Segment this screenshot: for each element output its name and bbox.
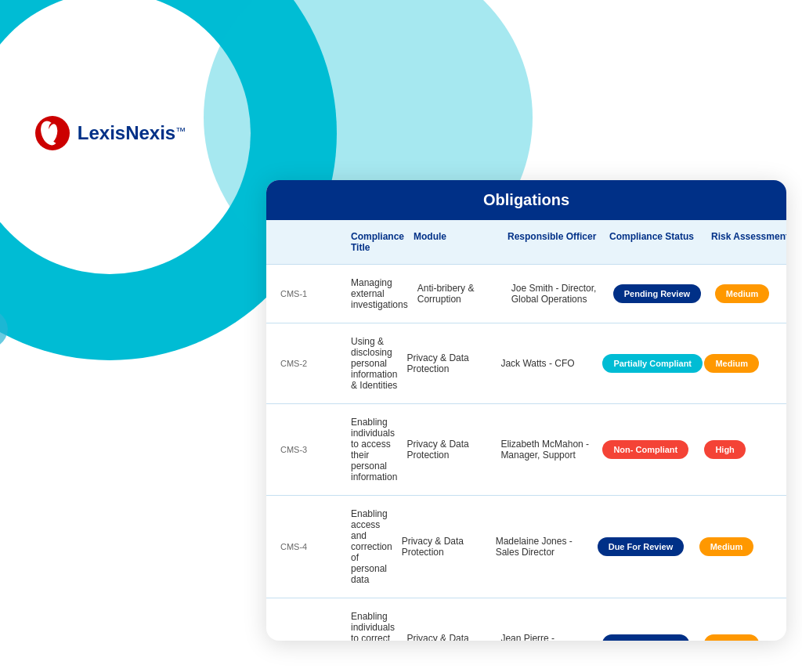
cell-title: Enabling individuals to correct their pe… xyxy=(346,608,402,641)
col-header-risk: Risk Assessment xyxy=(706,228,786,256)
col-header-officer: Responsible Officer xyxy=(503,228,605,256)
status-badge[interactable]: Due For Review xyxy=(602,634,689,641)
cell-officer: Jean Pierre - Manager xyxy=(496,630,598,641)
cell-risk: Medium xyxy=(699,631,786,641)
cell-status: Non- Compliant xyxy=(598,437,699,462)
cell-title: Managing external investigations xyxy=(346,274,413,313)
cell-module: Privacy & Data Protection xyxy=(402,349,496,378)
cell-risk: Medium xyxy=(710,281,786,306)
status-badge[interactable]: Partially Compliant xyxy=(602,354,703,373)
cell-id: CMS-5 xyxy=(276,636,346,641)
risk-badge[interactable]: High xyxy=(704,440,745,459)
cell-module: Privacy & Data Protection xyxy=(402,630,496,641)
cell-officer: Joe Smith - Director, Global Operations xyxy=(507,280,609,308)
cell-risk: High xyxy=(699,437,786,462)
col-header-title: Compliance Title xyxy=(346,228,409,256)
status-badge[interactable]: Pending Review xyxy=(613,284,701,303)
risk-badge[interactable]: Medium xyxy=(699,537,754,556)
logo-text: LexisNexis™ xyxy=(78,122,186,144)
cell-risk: Medium xyxy=(699,351,786,376)
cell-risk: Medium xyxy=(695,534,786,559)
table-title: Obligations xyxy=(266,180,786,220)
cell-id: CMS-1 xyxy=(276,286,346,302)
logo-container: LexisNexis™ xyxy=(34,114,186,152)
cell-id: CMS-4 xyxy=(276,539,346,555)
col-header-module: Module xyxy=(409,228,503,256)
cell-officer: Jack Watts - CFO xyxy=(496,355,598,372)
cell-module: Anti-bribery & Corruption xyxy=(413,280,507,308)
cell-module: Privacy & Data Protection xyxy=(397,533,491,561)
status-badge[interactable]: Non- Compliant xyxy=(602,440,688,459)
cell-id: CMS-3 xyxy=(276,442,346,457)
col-header-id xyxy=(276,228,346,256)
obligations-table-card: Obligations Compliance Title Module Resp… xyxy=(266,180,786,641)
risk-badge[interactable]: Medium xyxy=(715,284,770,303)
cell-module: Privacy & Data Protection xyxy=(402,435,496,464)
table-row: CMS-1 Managing external investigations A… xyxy=(266,265,786,323)
cell-title: Enabling individuals to access their per… xyxy=(346,414,402,486)
scene: LexisNexis™ Obligations Compliance Title… xyxy=(0,0,802,672)
cell-status: Pending Review xyxy=(609,281,710,306)
cell-status: Due For Review xyxy=(598,631,699,641)
cell-officer: Elizabeth McMahon - Manager, Support xyxy=(496,435,598,464)
table-row: CMS-4 Enabling access and correction of … xyxy=(266,496,786,598)
table-row: CMS-3 Enabling individuals to access the… xyxy=(266,404,786,496)
table-row: CMS-5 Enabling individuals to correct th… xyxy=(266,598,786,641)
circle-inner: LexisNexis™ xyxy=(0,0,251,274)
risk-badge[interactable]: Medium xyxy=(704,634,759,641)
cell-title: Enabling access and correction of person… xyxy=(346,505,397,588)
lexisnexis-logo-icon xyxy=(34,114,71,152)
cell-officer: Madelaine Jones - Sales Director xyxy=(491,533,593,561)
cell-title: Using & disclosing personal information … xyxy=(346,333,402,394)
blob-decoration-2 xyxy=(0,305,8,352)
table-row: CMS-2 Using & disclosing personal inform… xyxy=(266,323,786,404)
status-badge[interactable]: Due For Review xyxy=(598,537,685,556)
column-headers: Compliance Title Module Responsible Offi… xyxy=(266,220,786,265)
cell-status: Due For Review xyxy=(593,534,695,559)
cell-status: Partially Compliant xyxy=(598,351,699,376)
cell-id: CMS-2 xyxy=(276,356,346,371)
table-body: CMS-1 Managing external investigations A… xyxy=(266,265,786,641)
col-header-status: Compliance Status xyxy=(605,228,706,256)
risk-badge[interactable]: Medium xyxy=(704,354,759,373)
